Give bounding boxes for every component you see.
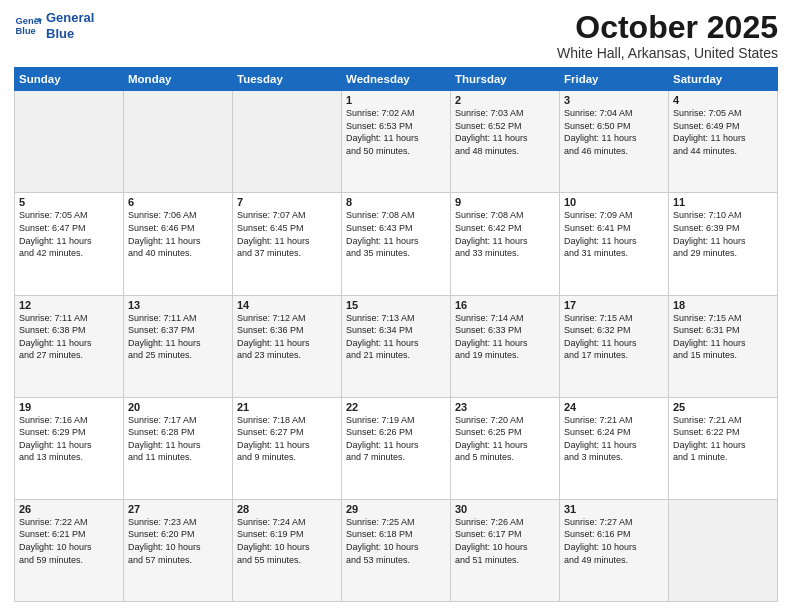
day-number: 26	[19, 503, 119, 515]
day-number: 29	[346, 503, 446, 515]
calendar-day-20: 20Sunrise: 7:17 AM Sunset: 6:28 PM Dayli…	[124, 397, 233, 499]
logo-text-general: General	[46, 10, 94, 26]
calendar-day-13: 13Sunrise: 7:11 AM Sunset: 6:37 PM Dayli…	[124, 295, 233, 397]
calendar-day-27: 27Sunrise: 7:23 AM Sunset: 6:20 PM Dayli…	[124, 499, 233, 601]
day-number: 13	[128, 299, 228, 311]
day-number: 19	[19, 401, 119, 413]
calendar-week-4: 19Sunrise: 7:16 AM Sunset: 6:29 PM Dayli…	[15, 397, 778, 499]
calendar-empty-cell	[124, 91, 233, 193]
title-block: October 2025 White Hall, Arkansas, Unite…	[557, 10, 778, 61]
calendar-header-wednesday: Wednesday	[342, 68, 451, 91]
calendar-header-sunday: Sunday	[15, 68, 124, 91]
day-number: 16	[455, 299, 555, 311]
location: White Hall, Arkansas, United States	[557, 45, 778, 61]
day-number: 10	[564, 196, 664, 208]
header: General Blue General Blue October 2025 W…	[14, 10, 778, 61]
calendar-day-25: 25Sunrise: 7:21 AM Sunset: 6:22 PM Dayli…	[669, 397, 778, 499]
day-info: Sunrise: 7:14 AM Sunset: 6:33 PM Dayligh…	[455, 313, 528, 361]
calendar-day-14: 14Sunrise: 7:12 AM Sunset: 6:36 PM Dayli…	[233, 295, 342, 397]
day-number: 9	[455, 196, 555, 208]
day-number: 2	[455, 94, 555, 106]
calendar-day-22: 22Sunrise: 7:19 AM Sunset: 6:26 PM Dayli…	[342, 397, 451, 499]
day-number: 14	[237, 299, 337, 311]
day-info: Sunrise: 7:08 AM Sunset: 6:42 PM Dayligh…	[455, 210, 528, 258]
day-number: 11	[673, 196, 773, 208]
day-info: Sunrise: 7:26 AM Sunset: 6:17 PM Dayligh…	[455, 517, 528, 565]
calendar-day-6: 6Sunrise: 7:06 AM Sunset: 6:46 PM Daylig…	[124, 193, 233, 295]
day-info: Sunrise: 7:07 AM Sunset: 6:45 PM Dayligh…	[237, 210, 310, 258]
calendar-day-10: 10Sunrise: 7:09 AM Sunset: 6:41 PM Dayli…	[560, 193, 669, 295]
day-number: 24	[564, 401, 664, 413]
svg-text:General: General	[16, 16, 42, 26]
day-number: 8	[346, 196, 446, 208]
day-info: Sunrise: 7:08 AM Sunset: 6:43 PM Dayligh…	[346, 210, 419, 258]
calendar-day-7: 7Sunrise: 7:07 AM Sunset: 6:45 PM Daylig…	[233, 193, 342, 295]
calendar-header-friday: Friday	[560, 68, 669, 91]
day-number: 25	[673, 401, 773, 413]
calendar-day-4: 4Sunrise: 7:05 AM Sunset: 6:49 PM Daylig…	[669, 91, 778, 193]
calendar-day-8: 8Sunrise: 7:08 AM Sunset: 6:43 PM Daylig…	[342, 193, 451, 295]
day-info: Sunrise: 7:03 AM Sunset: 6:52 PM Dayligh…	[455, 108, 528, 156]
calendar-header-row: SundayMondayTuesdayWednesdayThursdayFrid…	[15, 68, 778, 91]
day-info: Sunrise: 7:10 AM Sunset: 6:39 PM Dayligh…	[673, 210, 746, 258]
calendar-day-18: 18Sunrise: 7:15 AM Sunset: 6:31 PM Dayli…	[669, 295, 778, 397]
calendar-empty-cell	[233, 91, 342, 193]
day-info: Sunrise: 7:02 AM Sunset: 6:53 PM Dayligh…	[346, 108, 419, 156]
day-number: 15	[346, 299, 446, 311]
day-info: Sunrise: 7:20 AM Sunset: 6:25 PM Dayligh…	[455, 415, 528, 463]
calendar-day-31: 31Sunrise: 7:27 AM Sunset: 6:16 PM Dayli…	[560, 499, 669, 601]
day-info: Sunrise: 7:18 AM Sunset: 6:27 PM Dayligh…	[237, 415, 310, 463]
day-info: Sunrise: 7:05 AM Sunset: 6:47 PM Dayligh…	[19, 210, 92, 258]
day-number: 17	[564, 299, 664, 311]
day-number: 4	[673, 94, 773, 106]
calendar-day-11: 11Sunrise: 7:10 AM Sunset: 6:39 PM Dayli…	[669, 193, 778, 295]
day-info: Sunrise: 7:05 AM Sunset: 6:49 PM Dayligh…	[673, 108, 746, 156]
day-info: Sunrise: 7:24 AM Sunset: 6:19 PM Dayligh…	[237, 517, 310, 565]
calendar-day-17: 17Sunrise: 7:15 AM Sunset: 6:32 PM Dayli…	[560, 295, 669, 397]
calendar-day-12: 12Sunrise: 7:11 AM Sunset: 6:38 PM Dayli…	[15, 295, 124, 397]
calendar-day-29: 29Sunrise: 7:25 AM Sunset: 6:18 PM Dayli…	[342, 499, 451, 601]
day-number: 23	[455, 401, 555, 413]
day-info: Sunrise: 7:11 AM Sunset: 6:38 PM Dayligh…	[19, 313, 92, 361]
day-number: 6	[128, 196, 228, 208]
calendar-day-28: 28Sunrise: 7:24 AM Sunset: 6:19 PM Dayli…	[233, 499, 342, 601]
day-number: 30	[455, 503, 555, 515]
calendar-day-1: 1Sunrise: 7:02 AM Sunset: 6:53 PM Daylig…	[342, 91, 451, 193]
calendar-day-9: 9Sunrise: 7:08 AM Sunset: 6:42 PM Daylig…	[451, 193, 560, 295]
calendar-day-30: 30Sunrise: 7:26 AM Sunset: 6:17 PM Dayli…	[451, 499, 560, 601]
day-info: Sunrise: 7:25 AM Sunset: 6:18 PM Dayligh…	[346, 517, 419, 565]
month-title: October 2025	[557, 10, 778, 45]
day-info: Sunrise: 7:09 AM Sunset: 6:41 PM Dayligh…	[564, 210, 637, 258]
day-number: 20	[128, 401, 228, 413]
day-info: Sunrise: 7:15 AM Sunset: 6:31 PM Dayligh…	[673, 313, 746, 361]
day-info: Sunrise: 7:12 AM Sunset: 6:36 PM Dayligh…	[237, 313, 310, 361]
day-info: Sunrise: 7:23 AM Sunset: 6:20 PM Dayligh…	[128, 517, 201, 565]
day-number: 28	[237, 503, 337, 515]
day-info: Sunrise: 7:13 AM Sunset: 6:34 PM Dayligh…	[346, 313, 419, 361]
logo-text-blue: Blue	[46, 26, 94, 42]
day-number: 5	[19, 196, 119, 208]
day-number: 1	[346, 94, 446, 106]
calendar-week-1: 1Sunrise: 7:02 AM Sunset: 6:53 PM Daylig…	[15, 91, 778, 193]
calendar-week-2: 5Sunrise: 7:05 AM Sunset: 6:47 PM Daylig…	[15, 193, 778, 295]
day-number: 27	[128, 503, 228, 515]
day-number: 18	[673, 299, 773, 311]
day-info: Sunrise: 7:17 AM Sunset: 6:28 PM Dayligh…	[128, 415, 201, 463]
calendar-header-saturday: Saturday	[669, 68, 778, 91]
calendar-day-3: 3Sunrise: 7:04 AM Sunset: 6:50 PM Daylig…	[560, 91, 669, 193]
day-info: Sunrise: 7:21 AM Sunset: 6:22 PM Dayligh…	[673, 415, 746, 463]
day-number: 3	[564, 94, 664, 106]
day-info: Sunrise: 7:19 AM Sunset: 6:26 PM Dayligh…	[346, 415, 419, 463]
calendar-header-thursday: Thursday	[451, 68, 560, 91]
calendar-empty-cell	[15, 91, 124, 193]
logo: General Blue General Blue	[14, 10, 94, 41]
calendar-day-5: 5Sunrise: 7:05 AM Sunset: 6:47 PM Daylig…	[15, 193, 124, 295]
calendar-day-21: 21Sunrise: 7:18 AM Sunset: 6:27 PM Dayli…	[233, 397, 342, 499]
day-number: 31	[564, 503, 664, 515]
calendar-empty-cell	[669, 499, 778, 601]
day-info: Sunrise: 7:21 AM Sunset: 6:24 PM Dayligh…	[564, 415, 637, 463]
calendar-day-16: 16Sunrise: 7:14 AM Sunset: 6:33 PM Dayli…	[451, 295, 560, 397]
calendar-table: SundayMondayTuesdayWednesdayThursdayFrid…	[14, 67, 778, 602]
day-info: Sunrise: 7:22 AM Sunset: 6:21 PM Dayligh…	[19, 517, 92, 565]
day-number: 7	[237, 196, 337, 208]
